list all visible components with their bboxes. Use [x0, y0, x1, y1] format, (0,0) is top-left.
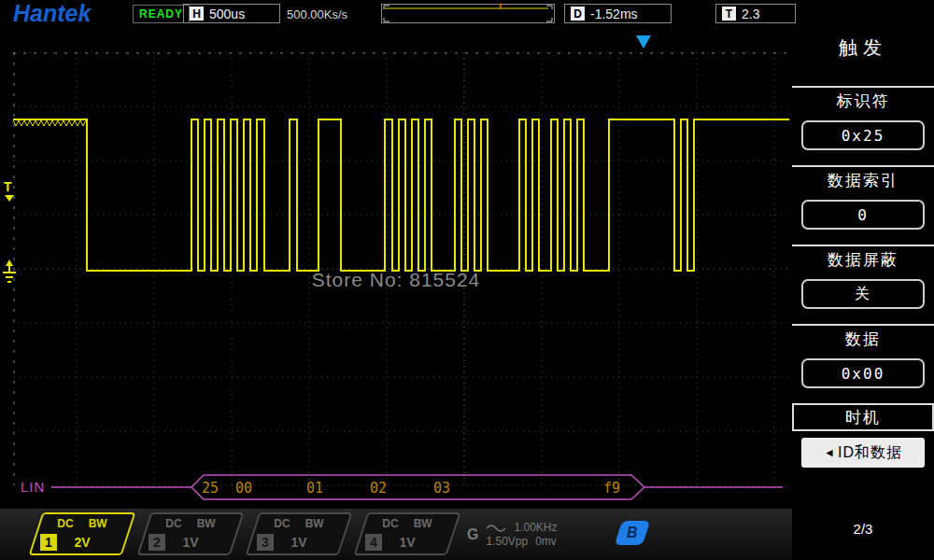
timebase-readout: H 500us — [183, 4, 280, 23]
decode-byte: f9 — [603, 480, 620, 497]
channel-status-bar: DC BW 1 2V DC BW 2 1V DC BW — [0, 509, 792, 560]
trigger-key-icon: T — [722, 7, 736, 21]
decode-byte: 03 — [433, 480, 450, 497]
channel-scale: 1V — [254, 535, 344, 550]
brand-logo: Hantek — [13, 0, 91, 27]
delay-readout: D -1.52ms — [564, 4, 672, 23]
channel-scale: 1V — [146, 535, 235, 550]
trigger-level-arrow-icon[interactable] — [5, 195, 14, 202]
generator-offset: 0mv — [535, 535, 557, 549]
menu-item-data: 数据 0x00 — [792, 324, 934, 388]
trigger-readout: T 2.3 — [715, 4, 796, 23]
trigger-position-marker-icon[interactable] — [636, 35, 651, 49]
menu-item-value[interactable]: 0x00 — [801, 358, 925, 388]
menu-page-indicator: 2/3 — [792, 521, 934, 537]
waveform-display: Store No: 815524 T LIN 25 00 01 02 03 f9 — [0, 28, 792, 509]
sine-wave-icon — [486, 523, 506, 533]
channel-scale: 2V — [37, 535, 127, 550]
menu-item-data-index: 数据索引 0 — [792, 165, 934, 230]
sample-rate-readout: 500.00Ks/s — [287, 7, 347, 21]
timebase-key-icon: H — [190, 7, 204, 21]
menu-item-value[interactable]: 0 — [801, 200, 925, 230]
decode-byte: 02 — [370, 480, 387, 497]
menu-item-value-selected[interactable]: ◄ ID和数据 — [801, 438, 925, 468]
menu-item-timing: 时机 ◄ ID和数据 — [792, 403, 934, 468]
store-watermark: Store No: 815524 — [0, 269, 792, 291]
coupling-label: DC — [382, 517, 398, 530]
bus-decode-label: B — [627, 525, 638, 541]
trigger-level-marker[interactable]: T — [4, 180, 12, 193]
menu-item-label: 数据屏蔽 — [792, 245, 934, 273]
menu-item-label: 时机 — [792, 403, 934, 431]
generator-label: G — [467, 526, 478, 543]
trigger-value: 2.3 — [742, 7, 759, 21]
bus-decode-button[interactable]: B — [615, 521, 650, 545]
coupling-label: DC — [274, 517, 290, 530]
bandwidth-label: BW — [89, 517, 107, 530]
delay-value: -1.52ms — [590, 7, 638, 21]
decode-byte: 01 — [306, 480, 323, 497]
menu-item-label: 标识符 — [792, 86, 934, 114]
menu-item-label: 数据 — [792, 324, 934, 352]
channel4-tab[interactable]: DC BW 4 1V — [354, 512, 461, 555]
bandwidth-label: BW — [414, 517, 432, 530]
menu-item-label: 数据索引 — [792, 165, 934, 193]
preview-trigger-marker-icon: T — [498, 2, 503, 11]
top-status-bar: Hantek READY H 500us 500.00Ks/s T D -1.5… — [0, 0, 934, 28]
generator-status[interactable]: G 1.00KHz 1.50Vpp 0mv — [467, 516, 557, 553]
decode-bus-outline — [0, 471, 792, 509]
delay-key-icon: D — [571, 7, 585, 21]
bandwidth-label: BW — [305, 517, 324, 530]
timebase-value: 500us — [209, 7, 245, 21]
decode-byte: 25 — [202, 480, 219, 497]
channel2-tab[interactable]: DC BW 2 1V — [137, 512, 245, 555]
channel3-tab[interactable]: DC BW 3 1V — [246, 512, 353, 555]
coupling-label: DC — [57, 517, 73, 530]
menu-item-identifier: 标识符 0x25 — [792, 86, 934, 150]
lin-decode-bus: LIN 25 00 01 02 03 f9 — [0, 471, 792, 509]
menu-title: 触发 — [792, 35, 934, 61]
submenu-left-arrow-icon: ◄ — [824, 446, 836, 459]
trigger-menu-sidebar: 触发 标识符 0x25 数据索引 0 数据屏蔽 关 数据 0x00 时机 ◄ I… — [792, 28, 934, 560]
channel1-tab[interactable]: DC BW 1 2V — [29, 512, 136, 555]
menu-item-data-mask: 数据屏蔽 关 — [792, 245, 934, 309]
coupling-label: DC — [165, 517, 181, 530]
acquisition-status-badge: READY — [133, 5, 190, 23]
oscilloscope-screen: Hantek READY H 500us 500.00Ks/s T D -1.5… — [0, 0, 934, 560]
channel1-ground-marker-icon[interactable] — [1, 258, 18, 287]
menu-item-value[interactable]: 0x25 — [801, 120, 925, 150]
channel-scale: 1V — [362, 535, 452, 550]
generator-frequency: 1.00KHz — [514, 521, 557, 535]
generator-amplitude: 1.50Vpp — [486, 535, 528, 549]
menu-item-value[interactable]: 关 — [801, 279, 925, 309]
preview-wave-icon — [382, 5, 554, 22]
decode-byte: 00 — [235, 480, 252, 497]
waveform-preview[interactable]: T — [381, 4, 555, 23]
bandwidth-label: BW — [197, 517, 216, 530]
menu-item-value-text: ID和数据 — [838, 443, 902, 463]
bus-type-label: LIN — [21, 479, 45, 495]
